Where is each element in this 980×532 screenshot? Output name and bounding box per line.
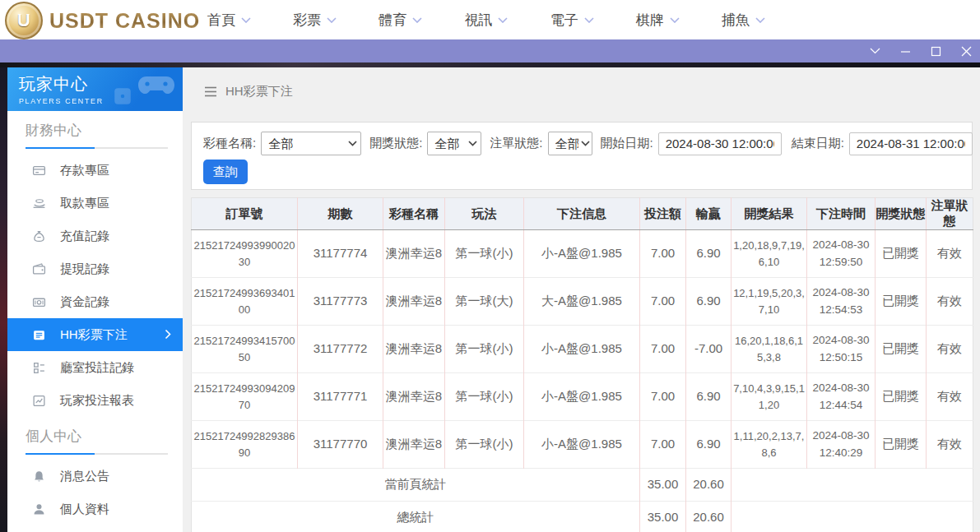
nav-item-3[interactable]: 體育 <box>379 11 422 30</box>
hand-coin-icon <box>32 197 46 210</box>
nav-item-5[interactable]: 電子 <box>550 11 594 30</box>
cell-play: 第一球(小) <box>445 230 524 278</box>
chevron-down-icon <box>584 17 594 23</box>
nav-item-6[interactable]: 棋牌 <box>636 11 680 30</box>
sidebar-section-title: 財務中心 <box>26 121 168 140</box>
cell-draw-result: 12,1,19,5,20,3,7,10 <box>732 278 807 326</box>
close-icon[interactable] <box>960 45 972 57</box>
cell-bet-time: 2024-08-3012:50:15 <box>807 326 875 373</box>
bank-card-icon <box>32 164 46 178</box>
nav-item-label: 體育 <box>379 11 406 30</box>
col-header-bet-amount: 投注額 <box>640 198 686 230</box>
col-header-bet-time: 下注時間 <box>807 198 875 230</box>
cell-order-no: 2152172499399002030 <box>192 230 298 278</box>
col-header-draw-status: 開獎狀態 <box>875 198 927 230</box>
search-button[interactable]: 查詢 <box>203 160 248 184</box>
sidebar-item-label: HH彩票下注 <box>60 327 128 343</box>
nav-item-label: 電子 <box>550 11 578 30</box>
sidebar-item-bank-card[interactable]: 存款專區 <box>7 154 183 187</box>
page-header: HH彩票下注 <box>204 84 293 99</box>
cell-bet-info: 小-A盤@1.985 <box>524 230 640 278</box>
cell-draw-result: 16,20,1,18,6,15,3,8 <box>732 326 807 373</box>
wallet-icon <box>32 262 46 276</box>
cell-draw-status: 已開獎 <box>875 278 927 326</box>
draw-status-select[interactable]: 全部 <box>427 132 481 155</box>
gamepad-icon <box>137 72 176 97</box>
sidebar-sections: 財務中心存款專區取款專區充值記錄提現記錄資金記錄HH彩票下注廳室投註記錄玩家投注… <box>7 121 183 525</box>
start-date-input[interactable] <box>658 132 782 155</box>
sidebar-item-hand-coin[interactable]: 取款專區 <box>7 187 183 220</box>
nav-item-2[interactable]: 彩票 <box>293 11 337 30</box>
cell-lottery-name: 澳洲幸运8 <box>383 421 445 469</box>
minimize-icon[interactable] <box>899 45 911 57</box>
nav-item-label: 彩票 <box>293 11 321 30</box>
doc-list-icon <box>32 328 46 342</box>
sidebar-item-user[interactable]: 個人資料 <box>7 493 183 525</box>
nav-item-1[interactable]: 首頁 <box>207 11 251 30</box>
cell-bet-amount: 7.00 <box>640 373 686 421</box>
cell-order-status: 有效 <box>927 421 973 469</box>
banknote-icon <box>32 295 46 309</box>
filter-panel: 彩種名稱: 全部 開獎狀態: 全部 注單狀態: 全部 開始日期: 結束日期: 查… <box>191 122 973 190</box>
summary-bet-total: 35.00 <box>640 502 686 532</box>
window-controls <box>869 39 972 62</box>
nav-item-4[interactable]: 視訊 <box>464 11 508 30</box>
cell-play: 第一球(小) <box>445 326 524 373</box>
main-menu: 首頁彩票體育視訊電子棋牌捕魚 <box>207 0 765 39</box>
cell-lottery-name: 澳洲幸运8 <box>383 326 445 373</box>
end-date-label: 結束日期: <box>792 136 844 151</box>
sidebar-item-label: 玩家投注報表 <box>60 393 134 409</box>
report-chart-icon <box>32 394 46 408</box>
sidebar-item-banknote[interactable]: 資金記錄 <box>7 285 183 318</box>
sidebar-item-bell[interactable]: 消息公告 <box>7 460 183 493</box>
cell-bet-time: 2024-08-3012:44:54 <box>807 373 875 421</box>
sidebar-item-label: 充值記錄 <box>60 229 109 244</box>
money-bag-icon <box>32 229 46 243</box>
bets-table: 訂單號期數彩種名稱玩法下注信息投注額輸贏開獎結果下注時間開獎狀態注單狀態2152… <box>191 197 973 532</box>
cell-lottery-name: 澳洲幸运8 <box>383 373 445 421</box>
cell-order-no: 2152172499369340100 <box>192 278 298 326</box>
start-date-label: 開始日期: <box>601 136 653 151</box>
summary-label: 總統計 <box>192 502 640 532</box>
page-summary-row: 當前頁統計35.0020.60 <box>192 469 973 502</box>
background-image-edge <box>0 67 7 532</box>
cell-issue: 31177772 <box>298 326 383 373</box>
chevron-right-icon <box>165 329 171 340</box>
cell-bet-time: 2024-08-3012:40:29 <box>807 421 875 469</box>
chevron-down-icon <box>755 17 765 23</box>
maximize-icon[interactable] <box>930 45 941 57</box>
chevron-down-icon <box>327 17 337 23</box>
sidebar-item-report-chart[interactable]: 玩家投注報表 <box>7 384 183 417</box>
lottery-name-select[interactable]: 全部 <box>261 132 361 155</box>
sidebar-item-doc-list[interactable]: HH彩票下注 <box>7 318 183 351</box>
cell-win-loss: 6.90 <box>686 373 732 421</box>
filter-row: 彩種名稱: 全部 開獎狀態: 全部 注單狀態: 全部 開始日期: 結束日期: <box>203 132 978 155</box>
table-row: 215217249934157005031177772澳洲幸运8第一球(小)小-… <box>192 326 973 373</box>
nav-item-7[interactable]: 捕魚 <box>722 11 765 30</box>
end-date-input[interactable] <box>849 132 973 155</box>
section-underline <box>26 453 168 455</box>
usdt-coin-icon: U <box>5 2 43 39</box>
total-summary-row: 總統計35.0020.60 <box>192 502 973 532</box>
cell-bet-amount: 7.00 <box>640 278 686 326</box>
hamburger-menu-icon[interactable] <box>204 86 217 97</box>
cell-order-status: 有效 <box>927 278 973 326</box>
cell-order-no: 2152172499341570050 <box>192 326 298 373</box>
sidebar-item-money-bag[interactable]: 充值記錄 <box>7 220 183 252</box>
sidebar-item-clipboard-list[interactable]: 廳室投註記錄 <box>7 351 183 384</box>
col-header-win-loss: 輸贏 <box>686 198 732 230</box>
sidebar-item-wallet[interactable]: 提現記錄 <box>7 252 183 285</box>
draw-status-label: 開獎狀態: <box>369 136 422 151</box>
cell-play: 第一球(大) <box>445 278 524 326</box>
col-header-bet-info: 下注信息 <box>524 198 640 230</box>
summary-win-loss-total: 20.60 <box>686 469 732 502</box>
cell-order-no: 2152172499309420970 <box>192 373 298 421</box>
sidebar-item-label: 存款專區 <box>60 163 109 178</box>
chevron-down-icon[interactable] <box>869 45 880 57</box>
order-status-select[interactable]: 全部 <box>548 132 592 155</box>
cell-draw-result: 1,20,18,9,7,19,6,10 <box>732 230 807 278</box>
brand-logo[interactable]: U USDT CASINO <box>5 2 200 39</box>
section-underline <box>26 147 168 149</box>
chevron-down-icon <box>670 17 680 23</box>
summary-empty-cell <box>732 502 973 532</box>
